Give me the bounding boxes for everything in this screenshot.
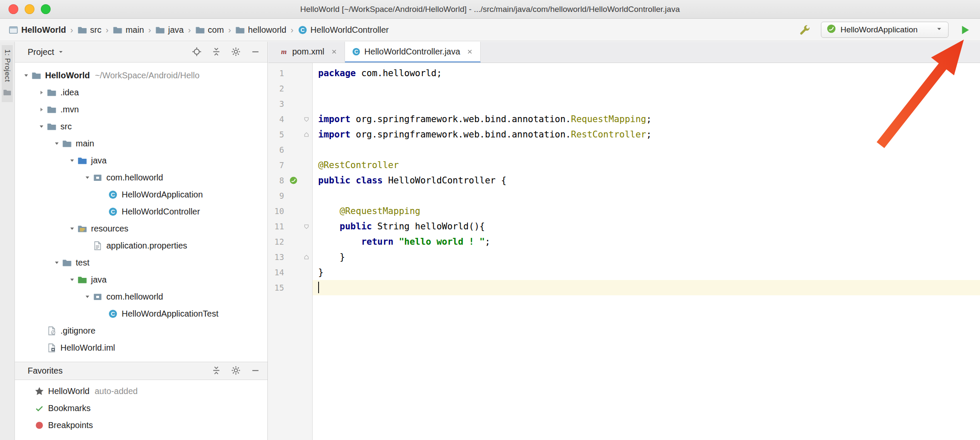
editor-tab[interactable]: mpom.xml (273, 42, 345, 63)
project-minimize-button[interactable] (249, 45, 262, 58)
breadcrumb-item[interactable]: java (155, 25, 184, 35)
project-tree-item[interactable]: com.helloworld (15, 288, 268, 305)
project-tree-item[interactable]: .idea (15, 84, 268, 101)
fold-marker-icon[interactable] (300, 219, 313, 234)
project-tree-item[interactable]: main (15, 135, 268, 152)
favorites-panel-header: Favorites (15, 362, 268, 380)
breadcrumb-label: src (90, 25, 102, 35)
code-line[interactable]: 3 (268, 96, 980, 111)
project-tree-item[interactable]: .mvn (15, 101, 268, 118)
build-button[interactable] (798, 23, 812, 37)
code-line[interactable]: 15 (268, 280, 980, 295)
code-line[interactable]: 14} (268, 265, 980, 280)
run-config-dropdown[interactable] (935, 25, 943, 35)
project-tree-item[interactable]: .gitignore (15, 322, 268, 339)
tab-close-button[interactable] (330, 48, 338, 55)
project-tree-item[interactable]: resources (15, 220, 268, 237)
project-collapse-all-button[interactable] (210, 45, 222, 58)
code-line[interactable]: 11 public String helloWorld(){ (268, 219, 980, 234)
project-tree-item[interactable]: test (15, 254, 268, 271)
fold-slot (300, 66, 313, 81)
chevron-right-icon[interactable] (36, 104, 47, 115)
tree-item-label: HelloWorld.iml (60, 343, 115, 353)
breadcrumb-item[interactable]: src (77, 25, 102, 35)
favorites-item[interactable]: Bookmarks (15, 400, 268, 417)
breadcrumb-item[interactable]: com (195, 25, 224, 35)
code-text (313, 280, 980, 295)
project-tree-item[interactable]: HelloWorld.iml (15, 339, 268, 356)
project-tree-item[interactable]: CHelloWorldController (15, 203, 268, 220)
line-number: 5 (268, 127, 287, 142)
favorites-item[interactable]: HelloWorldauto-added (15, 383, 268, 400)
chevron-down-icon[interactable] (66, 274, 77, 285)
breadcrumb-item[interactable]: HelloWorld (9, 25, 66, 35)
favorites-minimize-button[interactable] (249, 364, 262, 377)
project-locate-button[interactable] (190, 45, 203, 58)
project-panel-header: Project (15, 42, 268, 63)
project-tree-item[interactable]: CHelloWordApplication (15, 186, 268, 203)
chevron-down-icon[interactable] (51, 257, 62, 268)
code-text: return "hello world ! "; (313, 234, 980, 249)
run-button[interactable] (958, 23, 971, 37)
project-panel-title[interactable]: Project (28, 47, 54, 57)
stripe-project-button[interactable]: 1: Project (2, 45, 13, 102)
chevron-down-icon[interactable] (82, 291, 93, 302)
editor-area: mpom.xmlCHelloWorldController.java 1pack… (268, 42, 980, 440)
project-tool-window: Project HelloWorld~/WorkSpace/Android/He… (15, 42, 268, 440)
run-config-select[interactable]: HelloWordApplication (821, 22, 949, 38)
gutter-run-marker[interactable] (287, 173, 300, 188)
favorites-gear-button[interactable] (229, 364, 242, 377)
project-tree-item[interactable]: java (15, 271, 268, 288)
code-line[interactable]: 9 (268, 188, 980, 203)
code-line[interactable]: 6 (268, 142, 980, 157)
tree-item-label: test (76, 258, 89, 268)
chevron-down-icon[interactable] (20, 70, 31, 81)
code-line[interactable]: 1package com.helloworld; (268, 66, 980, 81)
collapse-all-icon (211, 47, 221, 57)
code-line[interactable]: 4import org.springframework.web.bind.ann… (268, 111, 980, 127)
chevron-down-icon[interactable] (51, 138, 62, 149)
editor-tab[interactable]: CHelloWorldController.java (345, 42, 481, 63)
project-title-dropdown[interactable] (57, 49, 64, 55)
fold-marker-icon[interactable] (300, 127, 313, 142)
code-line[interactable]: 13 } (268, 249, 980, 265)
close-icon (466, 48, 473, 55)
project-tree-item[interactable]: CHelloWordApplicationTest (15, 305, 268, 322)
favorites-item[interactable]: Breakpoints (15, 417, 268, 434)
editor-body[interactable]: 1package com.helloworld;234import org.sp… (268, 63, 980, 440)
code-line[interactable]: 5import org.springframework.web.bind.ann… (268, 127, 980, 142)
favorites-item-label: Breakpoints (48, 420, 93, 430)
project-tree-item[interactable]: com.helloworld (15, 169, 268, 186)
code-line[interactable]: 12 return "hello world ! "; (268, 234, 980, 249)
code-line[interactable]: 2 (268, 81, 980, 96)
minimize-icon (251, 366, 260, 375)
favorites-collapse-all-button[interactable] (210, 364, 222, 377)
chevron-down-icon[interactable] (66, 155, 77, 166)
project-tree-item[interactable]: application.properties (15, 237, 268, 254)
chevron-right-icon[interactable] (36, 87, 47, 98)
breadcrumb-item[interactable]: helloworld (235, 25, 286, 35)
tab-close-button[interactable] (466, 48, 473, 55)
fold-marker-icon[interactable] (300, 249, 313, 265)
folder-icon (113, 25, 122, 35)
chevron-down-icon[interactable] (36, 121, 47, 132)
project-tree-item[interactable]: HelloWorld~/WorkSpace/Android/Hello (15, 67, 268, 84)
project-tree-item[interactable]: java (15, 152, 268, 169)
project-gear-button[interactable] (229, 45, 242, 58)
text-caret (318, 282, 319, 293)
line-number: 7 (268, 157, 287, 173)
chevron-down-icon[interactable] (82, 172, 93, 183)
breadcrumb-item[interactable]: main (113, 25, 144, 35)
maven-icon: m (279, 47, 288, 56)
breadcrumb-label: com (208, 25, 224, 35)
chevron-down-icon (935, 25, 943, 33)
breadcrumb-item[interactable]: CHelloWorldController (298, 25, 389, 35)
code-line[interactable]: 8public class HelloWorldController { (268, 173, 980, 188)
project-tree-item[interactable]: src (15, 118, 268, 135)
tree-item-label: HelloWorld (45, 71, 90, 80)
code-line[interactable]: 7@RestController (268, 157, 980, 173)
fold-marker-icon[interactable] (300, 111, 313, 127)
code-line[interactable]: 10 @RequestMapping (268, 203, 980, 219)
chevron-down-icon[interactable] (66, 223, 77, 234)
class-icon: C (108, 309, 118, 319)
